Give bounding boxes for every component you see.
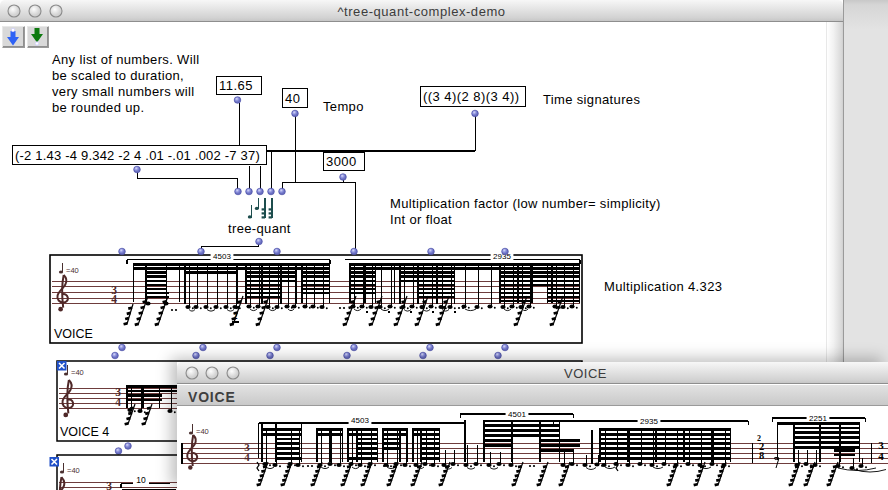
svg-text:10: 10 bbox=[136, 475, 146, 485]
svg-text:4: 4 bbox=[111, 293, 117, 305]
svg-text:=40: =40 bbox=[66, 266, 79, 275]
svg-text:=40: =40 bbox=[71, 368, 84, 377]
svg-text:VOICE: VOICE bbox=[54, 327, 93, 341]
svg-text:=40: =40 bbox=[67, 466, 80, 475]
svg-text:VOICE 4: VOICE 4 bbox=[60, 425, 109, 439]
svg-text:4503: 4503 bbox=[213, 252, 231, 261]
svg-text:4: 4 bbox=[115, 396, 121, 408]
